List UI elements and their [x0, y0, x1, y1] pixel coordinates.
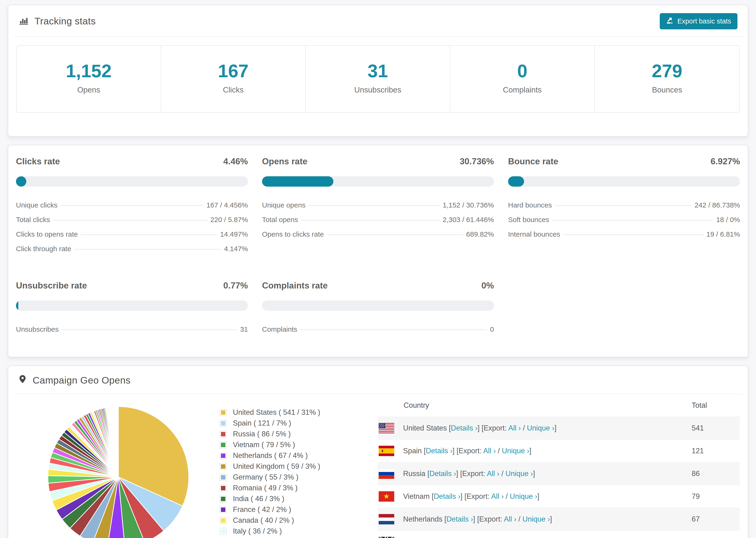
rate-row-label: Unique clicks: [16, 201, 58, 209]
rate-row-value: 14.497%: [220, 230, 248, 238]
legend-item-vietnam[interactable]: Vietnam ( 79 / 5% ): [220, 441, 356, 449]
progress-bar: [16, 176, 248, 187]
legend-label: Russia ( 86 / 5% ): [233, 430, 291, 438]
rate-block-bounce-rate: Bounce rate6.927%Hard bounces242 / 86.73…: [508, 157, 740, 256]
details-link[interactable]: Details ›: [426, 447, 453, 455]
export-all-link[interactable]: All ›: [508, 424, 521, 432]
dotted-leader: [81, 235, 217, 235]
legend-swatch: [220, 485, 226, 491]
progress-fill: [508, 176, 524, 187]
legend-item-canada[interactable]: Canada ( 40 / 2% ): [220, 516, 356, 525]
legend-item-france[interactable]: France ( 42 / 2% ): [220, 506, 356, 514]
legend-item-india[interactable]: India ( 46 / 3% ): [220, 495, 356, 503]
rate-row-value: 0: [490, 325, 494, 333]
details-link[interactable]: Details ›: [429, 469, 456, 478]
legend-item-netherlands[interactable]: Netherlands ( 67 / 4% ): [220, 452, 356, 460]
rate-head: Complaints rate0%: [262, 281, 494, 291]
progress-fill: [16, 176, 26, 187]
table-row-russia: Russia [Details ›] [Export: All › / Uniq…: [378, 462, 740, 485]
rate-row: Unique opens1,152 / 30.736%: [262, 198, 494, 212]
legend-label: Spain ( 121 / 7% ): [233, 419, 291, 427]
export-unique-link[interactable]: Unique ›: [522, 515, 550, 523]
details-link[interactable]: Details ›: [451, 424, 477, 432]
tracking-stats-card: Tracking stats Export basic stats 1,152O…: [8, 5, 748, 136]
page: Tracking stats Export basic stats 1,152O…: [0, 0, 756, 538]
export-all-link[interactable]: All ›: [487, 469, 499, 478]
rate-row: Hard bounces242 / 86.738%: [508, 198, 740, 212]
stat-value: 279: [595, 60, 739, 82]
rate-row: Click through rate4.147%: [16, 242, 248, 256]
flag-vn-icon: [379, 491, 394, 502]
legend-item-germany[interactable]: Germany ( 55 / 3% ): [220, 473, 356, 481]
export-icon: [666, 17, 674, 26]
legend-label: United Kingdom ( 59 / 3% ): [233, 462, 320, 471]
details-link[interactable]: Details ›: [434, 492, 460, 501]
tracking-stats-title-group: Tracking stats: [19, 15, 96, 27]
rates-card: Clicks rate4.46%Unique clicks167 / 4.456…: [8, 145, 748, 357]
rate-row-value: 4.147%: [224, 245, 248, 253]
geo-opens-card: Campaign Geo Opens United States ( 541 /…: [8, 365, 748, 538]
geo-content: United States ( 541 / 31% )Spain ( 121 /…: [8, 394, 748, 538]
legend-label: Germany ( 55 / 3% ): [233, 473, 298, 481]
progress-bar: [16, 300, 248, 311]
rate-row: Opens to clicks rate689.82%: [262, 227, 494, 242]
legend-swatch: [220, 496, 226, 502]
export-unique-link[interactable]: Unique ›: [527, 424, 554, 432]
legend-item-russia[interactable]: Russia ( 86 / 5% ): [220, 430, 356, 438]
rate-head: Unsubscribe rate0.77%: [16, 281, 248, 291]
details-link[interactable]: Details ›: [446, 515, 473, 523]
legend-item-italy[interactable]: Italy ( 36 / 2% ): [220, 527, 356, 535]
export-unique-link[interactable]: Unique ›: [506, 469, 533, 478]
flag-ru-icon: [379, 468, 394, 479]
dotted-leader: [301, 220, 439, 220]
legend-swatch: [220, 442, 226, 448]
export-all-link[interactable]: All ›: [504, 515, 516, 523]
legend-item-united-states[interactable]: United States ( 541 / 31% ): [220, 408, 356, 417]
export-all-link[interactable]: All ›: [491, 492, 504, 501]
export-all-link[interactable]: All ›: [483, 447, 496, 455]
rate-row: Soft bounces18 / 0%: [508, 212, 740, 227]
rate-row-value: 242 / 86.738%: [695, 201, 740, 209]
table-row-spain: Spain [Details ›] [Export: All › / Uniqu…: [378, 439, 740, 462]
rate-row: Unsubscribes31: [16, 322, 248, 337]
dotted-leader: [309, 205, 439, 206]
table-row-united-states: United States [Details ›] [Export: All ›…: [378, 417, 740, 439]
country-cell: United States [Details ›] [Export: All ›…: [403, 424, 692, 432]
flag-gb-icon: [379, 537, 394, 538]
country-cell: Netherlands [Details ›] [Export: All › /…: [403, 515, 692, 523]
country-name: United States: [403, 424, 449, 432]
stat-label: Opens: [17, 85, 161, 94]
country-name: Spain: [403, 447, 424, 455]
rate-row-label: Opens to clicks rate: [262, 230, 324, 238]
rate-row-value: 689.82%: [466, 230, 494, 238]
table-row-netherlands: Netherlands [Details ›] [Export: All › /…: [378, 508, 740, 530]
geo-pie-legend: United States ( 541 / 31% )Spain ( 121 /…: [220, 408, 356, 538]
progress-fill: [16, 300, 18, 311]
legend-label: Vietnam ( 79 / 5% ): [233, 441, 295, 449]
table-header-row: Country Total: [378, 394, 740, 417]
export-unique-link[interactable]: Unique ›: [502, 447, 529, 455]
total-column-header: Total: [692, 401, 740, 409]
stat-value: 0: [450, 60, 594, 82]
legend-label: France ( 42 / 2% ): [233, 506, 291, 514]
geo-pie-chart[interactable]: [46, 405, 190, 538]
rate-title: Bounce rate: [508, 157, 558, 166]
legend-label: India ( 46 / 3% ): [233, 495, 284, 503]
rate-row: Total clicks220 / 5.87%: [16, 212, 248, 227]
export-button-label: Export basic stats: [677, 17, 731, 25]
pie-chart-svg[interactable]: [46, 405, 190, 538]
dotted-leader: [61, 205, 203, 206]
stat-label: Bounces: [595, 85, 739, 94]
page-title: Tracking stats: [34, 16, 96, 27]
export-basic-stats-button[interactable]: Export basic stats: [660, 13, 737, 29]
legend-item-united-kingdom[interactable]: United Kingdom ( 59 / 3% ): [220, 462, 356, 471]
country-cell: Spain [Details ›] [Export: All › / Uniqu…: [403, 447, 692, 455]
geo-title-group: Campaign Geo Opens: [19, 374, 131, 387]
export-unique-link[interactable]: Unique ›: [510, 492, 537, 501]
rate-block-unsubscribe-rate: Unsubscribe rate0.77%Unsubscribes31: [16, 281, 248, 337]
legend-item-spain[interactable]: Spain ( 121 / 7% ): [220, 419, 356, 427]
legend-item-romania[interactable]: Romania ( 49 / 3% ): [220, 484, 356, 492]
rate-head: Bounce rate6.927%: [508, 157, 740, 166]
legend-label: United States ( 541 / 31% ): [233, 408, 320, 417]
rate-row: Clicks to opens rate14.497%: [16, 227, 248, 242]
